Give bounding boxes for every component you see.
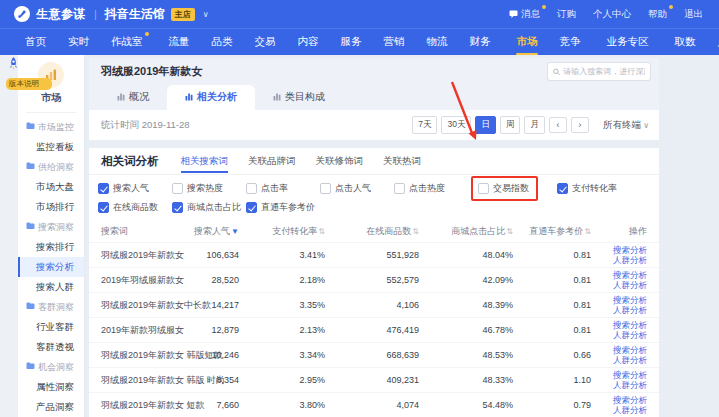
action-link-人群分析[interactable]: 人群分析 xyxy=(591,380,647,390)
column-header-直通车参考价[interactable]: 直通车参考价⇅ xyxy=(513,225,591,238)
action-link-人群分析[interactable]: 人群分析 xyxy=(591,405,647,415)
shop-type-badge: 主店 xyxy=(171,8,195,21)
version-note-widget[interactable]: 版本说明 xyxy=(6,57,52,90)
nav-item-交易[interactable]: 交易 xyxy=(244,29,287,56)
metric-checkbox-支付转化率[interactable]: 支付转化率 xyxy=(557,182,617,195)
sidebar-item-搜索排行[interactable]: 搜索排行 xyxy=(18,237,84,257)
nav-item-营销[interactable]: 营销 xyxy=(373,29,416,56)
sort-desc-icon[interactable]: ▼ xyxy=(231,227,239,236)
tab-类目构成[interactable]: 类目构成 xyxy=(255,85,343,110)
keyword-search-box[interactable] xyxy=(547,62,651,81)
metric-checkbox-点击率[interactable]: 点击率 xyxy=(246,182,320,195)
sidebar-group-供给洞察: 供给洞察 xyxy=(18,157,84,177)
nav-item-实时[interactable]: 实时 xyxy=(57,29,100,56)
checkbox-icon[interactable] xyxy=(320,183,331,194)
terminal-selector[interactable]: 所有终端 ∨ xyxy=(603,119,649,132)
metric-checkbox-在线商品数[interactable]: 在线商品数 xyxy=(98,201,172,214)
metric-checkbox-点击热度[interactable]: 点击热度 xyxy=(394,182,468,195)
action-link-搜索分析[interactable]: 搜索分析 xyxy=(591,320,647,330)
column-header-支付转化率[interactable]: 支付转化率⇅ xyxy=(239,225,325,238)
action-link-搜索分析[interactable]: 搜索分析 xyxy=(591,295,647,305)
prev-date-button[interactable]: ‹ xyxy=(549,117,567,133)
action-link-搜索分析[interactable]: 搜索分析 xyxy=(591,270,647,280)
sort-icon[interactable]: ⇅ xyxy=(318,227,325,236)
sidebar-item-产品洞察[interactable]: 产品洞察 xyxy=(18,397,84,417)
column-header-商城点击占比[interactable]: 商城点击占比⇅ xyxy=(419,225,513,238)
nav-item-首页[interactable]: 首页 xyxy=(14,29,57,56)
header-link-订购[interactable]: 订购 xyxy=(557,8,576,21)
checkbox-checked-icon[interactable] xyxy=(98,202,109,213)
version-note-badge[interactable]: 版本说明 xyxy=(6,78,52,90)
next-date-button[interactable]: › xyxy=(571,117,589,133)
action-link-人群分析[interactable]: 人群分析 xyxy=(591,330,647,340)
nav-item-服务[interactable]: 服务 xyxy=(330,29,373,56)
shop-switch-caret-icon[interactable]: ∨ xyxy=(203,10,209,19)
time-range-周[interactable]: 周 xyxy=(500,116,521,134)
checkbox-checked-icon[interactable] xyxy=(172,202,183,213)
header-link-消息[interactable]: 消息 xyxy=(509,8,540,21)
action-link-人群分析[interactable]: 人群分析 xyxy=(591,355,647,365)
sidebar-item-搜索分析[interactable]: 搜索分析 xyxy=(18,257,84,277)
value-cell: 3.80% xyxy=(239,400,325,410)
checkbox-checked-icon[interactable] xyxy=(557,183,568,194)
nav-item-品类[interactable]: 品类 xyxy=(201,29,244,56)
sidebar-item-客群透视[interactable]: 客群透视 xyxy=(18,337,84,357)
checkbox-icon[interactable] xyxy=(172,183,183,194)
nav-item-财务[interactable]: 财务 xyxy=(459,29,502,56)
time-range-日[interactable]: 日 xyxy=(475,116,496,134)
checkbox-checked-icon[interactable] xyxy=(246,202,257,213)
header-link-帮助[interactable]: 帮助 xyxy=(648,8,667,21)
tab-概况[interactable]: 概况 xyxy=(99,85,167,110)
header-link-个人中心[interactable]: 个人中心 xyxy=(593,8,631,21)
nav-item-业务专区[interactable]: 业务专区 xyxy=(596,29,660,56)
nav-item-作战室[interactable]: 作战室 xyxy=(100,29,154,56)
search-input[interactable] xyxy=(563,67,645,76)
sidebar-item-搜索人群[interactable]: 搜索人群 xyxy=(18,277,84,297)
sort-icon[interactable]: ⇅ xyxy=(506,227,513,236)
action-link-搜索分析[interactable]: 搜索分析 xyxy=(591,245,647,255)
checkbox-icon[interactable] xyxy=(478,183,489,194)
action-link-人群分析[interactable]: 人群分析 xyxy=(591,305,647,315)
action-link-搜索分析[interactable]: 搜索分析 xyxy=(591,345,647,355)
sidebar-item-市场排行[interactable]: 市场排行 xyxy=(18,197,84,217)
time-range-7天[interactable]: 7天 xyxy=(412,116,437,134)
word-tab-相关搜索词[interactable]: 相关搜索词 xyxy=(181,149,229,173)
metric-checkbox-直通车参考价[interactable]: 直通车参考价 xyxy=(246,201,320,214)
action-link-搜索分析[interactable]: 搜索分析 xyxy=(591,370,647,380)
metric-checkbox-交易指数[interactable]: 交易指数 xyxy=(478,182,529,195)
time-range-30天[interactable]: 30天 xyxy=(441,116,471,134)
metric-checkbox-搜索热度[interactable]: 搜索热度 xyxy=(172,182,246,195)
tab-相关分析[interactable]: 相关分析 xyxy=(167,85,255,110)
sort-icon[interactable]: ⇅ xyxy=(584,227,591,236)
action-link-人群分析[interactable]: 人群分析 xyxy=(591,255,647,265)
nav-item-内容[interactable]: 内容 xyxy=(287,29,330,56)
checkbox-icon[interactable] xyxy=(246,183,257,194)
header-link-退出[interactable]: 退出 xyxy=(684,8,703,21)
metric-checkbox-商城点击占比[interactable]: 商城点击占比 xyxy=(172,201,246,214)
sidebar-item-属性洞察[interactable]: 属性洞察 xyxy=(18,377,84,397)
word-tab-关联品牌词[interactable]: 关联品牌词 xyxy=(248,149,296,173)
sidebar-item-市场大盘[interactable]: 市场大盘 xyxy=(18,177,84,197)
checkbox-icon[interactable] xyxy=(394,183,405,194)
metric-checkbox-搜索人气[interactable]: 搜索人气 xyxy=(98,182,172,195)
sort-icon[interactable]: ⇅ xyxy=(412,227,419,236)
nav-item-流量[interactable]: 流量 xyxy=(158,29,201,56)
nav-item-取数[interactable]: 取数 xyxy=(664,29,707,56)
word-tab-关联修饰词[interactable]: 关联修饰词 xyxy=(316,149,364,173)
value-cell: 4,074 xyxy=(325,400,419,410)
nav-item-物流[interactable]: 物流 xyxy=(416,29,459,56)
column-header-搜索人气[interactable]: 搜索人气▼ xyxy=(173,225,239,238)
checkbox-checked-icon[interactable] xyxy=(98,183,109,194)
action-link-搜索分析[interactable]: 搜索分析 xyxy=(591,395,647,405)
word-tab-关联热词[interactable]: 关联热词 xyxy=(383,149,421,173)
nav-item-竞争[interactable]: 竞争 xyxy=(549,29,592,56)
column-header-在线商品数[interactable]: 在线商品数⇅ xyxy=(325,225,419,238)
action-link-人群分析[interactable]: 人群分析 xyxy=(591,280,647,290)
message-icon xyxy=(509,9,518,20)
nav-item-人群管理[interactable]: 人群管理 xyxy=(707,29,719,56)
sidebar-item-行业客群[interactable]: 行业客群 xyxy=(18,317,84,337)
time-range-月[interactable]: 月 xyxy=(524,116,545,134)
nav-item-市场[interactable]: 市场 xyxy=(506,29,549,56)
sidebar-item-监控看板[interactable]: 监控看板 xyxy=(18,137,84,157)
metric-checkbox-点击人气[interactable]: 点击人气 xyxy=(320,182,394,195)
